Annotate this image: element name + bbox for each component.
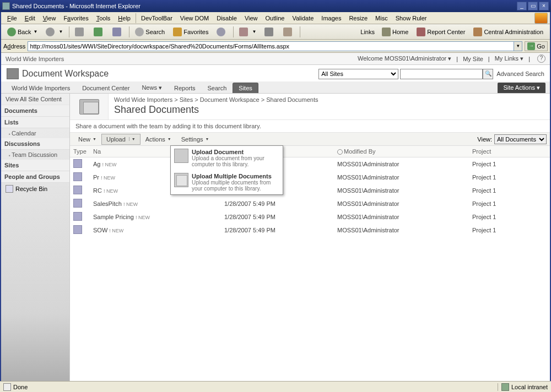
table-row[interactable]: SalesPitch ! NEW1/28/2007 5:49 PMMOSS01\… — [70, 197, 550, 210]
nav-lists[interactable]: Lists — [1, 117, 69, 128]
search-scope-select[interactable]: All Sites — [318, 69, 398, 79]
menu-help[interactable]: Help — [114, 14, 134, 23]
global-link[interactable]: World Wide Importers — [6, 56, 64, 62]
table-row[interactable]: SOW ! NEW1/28/2007 5:49 PMMOSS01\Adminis… — [70, 224, 550, 237]
page-status-icon — [3, 383, 11, 391]
search-input[interactable] — [400, 69, 483, 79]
advanced-search-link[interactable]: Advanced Search — [496, 70, 544, 77]
menu-validate[interactable]: Validate — [288, 14, 317, 23]
upload-multiple-item[interactable]: Upload Multiple Documents Upload multipl… — [171, 170, 283, 194]
upload-menu-button[interactable]: Upload▼ — [101, 134, 141, 145]
upload-dropdown: Upload Document Upload a document from y… — [170, 145, 283, 195]
history-button[interactable] — [213, 26, 231, 38]
settings-menu[interactable]: Settings▼ — [176, 134, 214, 145]
menu-devtoolbar[interactable]: DevToolBar — [137, 14, 176, 23]
menu-edit[interactable]: Edit — [21, 14, 39, 23]
minimize-button[interactable]: _ — [517, 2, 527, 10]
crumb-link[interactable]: Sites — [180, 96, 193, 103]
stop-button[interactable] — [71, 26, 89, 38]
nav-documents[interactable]: Documents — [1, 105, 69, 117]
new-menu[interactable]: New▼ — [73, 134, 101, 145]
print-button[interactable] — [261, 26, 279, 38]
menu-outline[interactable]: Outline — [262, 14, 289, 23]
tab-reports[interactable]: Reports — [168, 83, 202, 93]
menu-tools[interactable]: Tools — [93, 14, 115, 23]
tab-doccenter[interactable]: Document Center — [76, 83, 136, 93]
tab-search[interactable]: Search — [201, 83, 233, 93]
actions-menu[interactable]: Actions▼ — [141, 134, 176, 145]
crumb-link[interactable]: World Wide Importers — [114, 96, 172, 103]
doc-modified-by[interactable]: MOSS01\Administrator — [334, 197, 469, 210]
crumb-link[interactable]: Document Workspace — [200, 96, 260, 103]
table-row[interactable]: RC ! NEW1/28/2007 5:49 PMMOSS01\Administ… — [70, 184, 550, 197]
maximize-button[interactable]: ▭ — [528, 2, 538, 10]
menu-images[interactable]: Images — [317, 14, 345, 23]
chevron-down-icon[interactable]: ▼ — [252, 29, 256, 34]
tab-sites[interactable]: Sites — [233, 83, 258, 93]
titlebar: Shared Documents - Microsoft Internet Ex… — [0, 0, 551, 12]
menu-showruler[interactable]: Show Ruler — [392, 14, 431, 23]
links-report[interactable]: Report Center — [413, 26, 469, 38]
address-input[interactable] — [28, 41, 514, 51]
close-button[interactable]: × — [539, 2, 549, 10]
address-dropdown[interactable]: ▼ — [514, 41, 522, 51]
col-modified-by[interactable]: Modified By — [334, 146, 469, 157]
recycle-bin[interactable]: Recycle Bin — [1, 183, 69, 195]
col-project[interactable]: Project — [469, 146, 550, 157]
doc-modified-by[interactable]: MOSS01\Administrator — [334, 184, 469, 197]
mylinks-menu[interactable]: My Links ▾ — [495, 55, 523, 62]
menu-file[interactable]: File — [3, 14, 21, 23]
view-select[interactable]: All Documents — [494, 134, 547, 144]
nav-calendar[interactable]: Calendar — [1, 128, 69, 138]
table-row[interactable]: Pr ! NEW1/28/2007 6:14 PMMOSS01\Administ… — [70, 171, 550, 184]
upload-document-item[interactable]: Upload Document Upload a document from y… — [171, 146, 283, 170]
menu-view[interactable]: View — [39, 14, 60, 23]
col-type[interactable]: Type — [70, 146, 90, 157]
forward-button[interactable]: ▼ — [42, 26, 67, 38]
menu-misc[interactable]: Misc — [371, 14, 392, 23]
menu-disable[interactable]: Disable — [213, 14, 241, 23]
doc-modified-by[interactable]: MOSS01\Administrator — [334, 171, 469, 184]
menu-viewdom[interactable]: View DOM — [176, 14, 213, 23]
doc-name[interactable]: Sample Pricing ! NEW — [90, 210, 221, 224]
doc-modified: 1/28/2007 5:49 PM — [221, 197, 334, 210]
mysite-link[interactable]: My Site — [463, 56, 483, 62]
nav-discussions[interactable]: Discussions — [1, 138, 69, 150]
chevron-down-icon[interactable]: ▼ — [33, 29, 37, 34]
view-all-site-content[interactable]: View All Site Content — [1, 94, 69, 105]
menu-view2[interactable]: View — [241, 14, 262, 23]
home-button[interactable] — [109, 26, 127, 38]
doc-modified-by[interactable]: MOSS01\Administrator — [334, 157, 469, 171]
edit-button[interactable] — [279, 26, 298, 38]
site-actions-menu[interactable]: Site Actions ▾ — [498, 83, 545, 93]
menu-resize[interactable]: Resize — [345, 14, 371, 23]
links-admin[interactable]: Central Administration — [469, 26, 547, 38]
favorites-button[interactable]: Favorites — [169, 26, 212, 38]
table-row[interactable]: Ag ! NEW1/28/2007 5:43 PMMOSS01\Administ… — [70, 157, 550, 171]
table-row[interactable]: Sample Pricing ! NEW1/28/2007 5:49 PMMOS… — [70, 210, 550, 224]
toolbar-sep — [129, 26, 129, 37]
doc-modified-by[interactable]: MOSS01\Administrator — [334, 210, 469, 224]
refresh-button[interactable] — [90, 26, 108, 38]
doc-modified-by[interactable]: MOSS01\Administrator — [334, 224, 469, 237]
nav-team-discussion[interactable]: Team Discussion — [1, 150, 69, 160]
back-button[interactable]: Back▼ — [3, 26, 41, 38]
search-go-button[interactable]: 🔍 — [483, 69, 493, 79]
tab-wwi[interactable]: World Wide Importers — [6, 83, 76, 93]
admin-icon — [473, 28, 482, 36]
doc-name[interactable]: SOW ! NEW — [90, 224, 221, 237]
search-button[interactable]: Search — [131, 26, 169, 38]
help-icon[interactable]: ? — [537, 55, 545, 63]
toolbar: Back▼ ▼ Search Favorites ▼ Links Home Re… — [1, 24, 550, 40]
go-button[interactable]: →Go — [525, 41, 548, 51]
nav-sites[interactable]: Sites — [1, 160, 69, 171]
doc-name[interactable]: SalesPitch ! NEW — [90, 197, 221, 210]
mail-button[interactable]: ▼ — [235, 26, 260, 38]
tab-news[interactable]: News ▾ — [136, 82, 168, 93]
nav-people-groups[interactable]: People and Groups — [1, 171, 69, 183]
chevron-down-icon[interactable]: ▼ — [58, 29, 63, 34]
links-home[interactable]: Home — [378, 26, 412, 38]
doc-project: Project 1 — [469, 197, 550, 210]
menu-favorites[interactable]: Favorites — [60, 14, 92, 23]
welcome-menu[interactable]: Welcome MOSS01\Administrator ▾ — [358, 55, 451, 62]
